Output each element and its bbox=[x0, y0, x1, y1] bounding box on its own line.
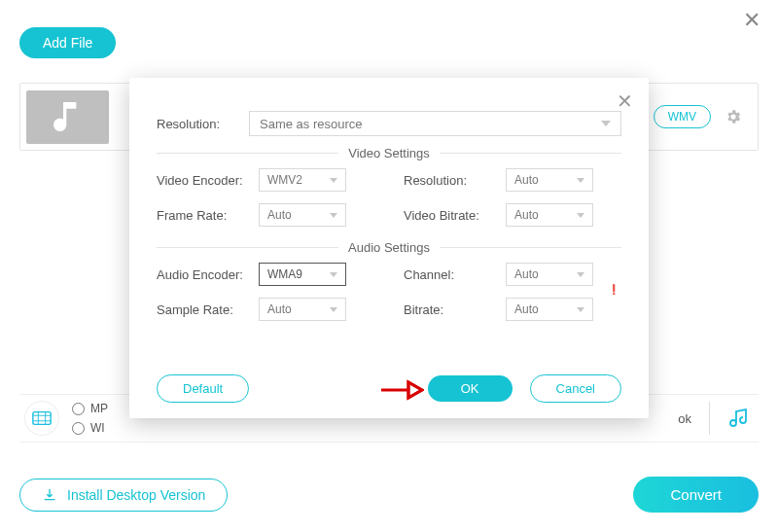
video-bitrate-select[interactable]: Auto bbox=[506, 203, 593, 227]
frame-rate-select[interactable]: Auto bbox=[259, 203, 346, 227]
resolution-main-value: Same as resource bbox=[260, 117, 363, 131]
convert-button[interactable]: Convert bbox=[633, 477, 759, 513]
frame-rate-value: Auto bbox=[267, 208, 292, 222]
resolution-main-select[interactable]: Same as resource bbox=[249, 111, 621, 136]
format-radio-mp[interactable]: MP bbox=[72, 402, 108, 415]
video-settings-heading: Video Settings bbox=[157, 146, 621, 160]
video-category-icon[interactable] bbox=[25, 402, 58, 435]
video-encoder-label: Video Encoder: bbox=[157, 173, 259, 188]
audio-category-icon[interactable] bbox=[727, 407, 751, 430]
add-file-button[interactable]: Add File bbox=[19, 27, 116, 58]
modal-close-icon[interactable]: ✕ bbox=[617, 89, 633, 113]
partial-text: ok bbox=[678, 411, 691, 426]
frame-rate-label: Frame Rate: bbox=[157, 208, 259, 223]
chevron-down-icon bbox=[330, 178, 337, 183]
channel-label: Channel: bbox=[404, 267, 506, 282]
download-icon bbox=[42, 487, 57, 503]
audio-bitrate-value: Auto bbox=[514, 302, 539, 316]
format-radio-wi[interactable]: WI bbox=[72, 421, 108, 435]
chevron-down-icon bbox=[577, 272, 584, 277]
footer: Install Desktop Version Convert bbox=[19, 477, 759, 513]
install-desktop-button[interactable]: Install Desktop Version bbox=[19, 479, 228, 512]
sample-rate-value: Auto bbox=[267, 302, 292, 316]
chevron-down-icon bbox=[330, 307, 337, 312]
format-badge[interactable]: WMV bbox=[654, 105, 711, 128]
video-resolution-select[interactable]: Auto bbox=[506, 168, 593, 192]
file-thumbnail bbox=[26, 90, 109, 144]
sample-rate-label: Sample Rate: bbox=[157, 302, 259, 317]
chevron-down-icon bbox=[577, 213, 584, 218]
warning-icon: ❗ bbox=[608, 284, 619, 295]
audio-bitrate-select[interactable]: Auto bbox=[506, 298, 593, 321]
chevron-down-icon bbox=[577, 307, 584, 312]
format-radio-label: MP bbox=[90, 402, 108, 415]
format-radio-list: MP WI bbox=[72, 402, 108, 435]
settings-modal: ✕ Resolution: Same as resource Video Set… bbox=[129, 78, 649, 418]
video-resolution-label: Resolution: bbox=[404, 173, 506, 188]
audio-encoder-value: WMA9 bbox=[267, 267, 302, 281]
format-radio-label: WI bbox=[90, 421, 105, 435]
audio-settings-heading: Audio Settings bbox=[157, 240, 621, 255]
video-bitrate-label: Video Bitrate: bbox=[404, 208, 506, 223]
sample-rate-select[interactable]: Auto bbox=[259, 298, 346, 321]
audio-encoder-label: Audio Encoder: bbox=[157, 267, 259, 282]
chevron-down-icon bbox=[601, 121, 611, 126]
music-note-icon bbox=[49, 97, 88, 136]
svg-rect-0 bbox=[33, 412, 51, 425]
video-bitrate-value: Auto bbox=[514, 208, 539, 222]
gear-icon[interactable] bbox=[725, 108, 742, 125]
chevron-down-icon bbox=[330, 213, 337, 218]
channel-select[interactable]: Auto bbox=[506, 263, 593, 286]
cancel-button[interactable]: Cancel bbox=[530, 374, 621, 403]
chevron-down-icon bbox=[330, 272, 337, 277]
ok-button[interactable]: OK bbox=[428, 375, 513, 402]
default-button[interactable]: Default bbox=[157, 374, 249, 403]
video-encoder-value: WMV2 bbox=[267, 173, 302, 187]
resolution-main-label: Resolution: bbox=[157, 117, 249, 131]
divider bbox=[709, 402, 710, 435]
install-desktop-label: Install Desktop Version bbox=[67, 487, 205, 503]
video-resolution-value: Auto bbox=[514, 173, 539, 187]
chevron-down-icon bbox=[577, 178, 584, 183]
video-encoder-select[interactable]: WMV2 bbox=[259, 168, 346, 192]
audio-encoder-select[interactable]: WMA9 bbox=[259, 263, 346, 286]
window-close-icon[interactable]: ✕ bbox=[743, 8, 760, 33]
channel-value: Auto bbox=[514, 267, 539, 281]
audio-bitrate-label: Bitrate: bbox=[404, 302, 506, 317]
